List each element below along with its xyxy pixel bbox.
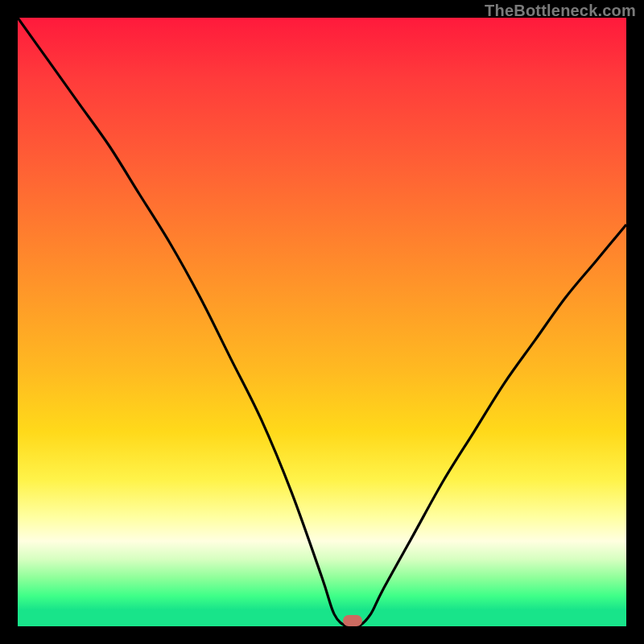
bottleneck-curve <box>18 18 626 626</box>
plot-area <box>18 18 626 626</box>
curve-svg <box>18 18 626 626</box>
bottleneck-marker <box>343 615 362 626</box>
chart-frame: TheBottleneck.com <box>0 0 644 644</box>
